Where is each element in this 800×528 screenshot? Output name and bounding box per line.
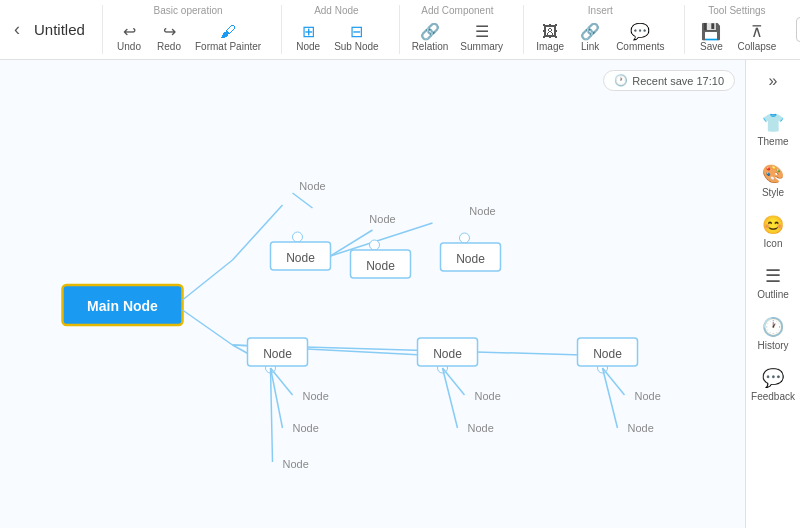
group-label-tool-settings: Tool Settings [708,5,765,16]
save-button[interactable]: 💾Save [693,20,729,54]
ln2-child-label-1: Node [475,390,501,402]
toolbar-items-add-component: 🔗Relation ☰Summary [408,20,508,54]
sidebar-item-feedback[interactable]: 💬 Feedback [748,361,798,408]
top-node-line [293,193,313,208]
toolbar-items-insert: 🖼Image 🔗Link 💬Comments [532,20,668,54]
summary-button[interactable]: ☰Summary [456,20,507,54]
main-node-text: Main Node [87,298,158,314]
child-node-2-text: Node [366,259,395,273]
toolbar-items-add-node: ⊞Node ⊟Sub Node [290,20,382,54]
toolbar-items-basic: ↩Undo ↪Redo 🖌Format Painter [111,20,265,54]
expand-dot-3[interactable] [460,233,470,243]
status-text: Recent save 17:10 [632,75,724,87]
expand-dot-2[interactable] [370,240,380,250]
toolbar-group-basic: Basic operation ↩Undo ↪Redo 🖌Format Pain… [102,5,273,54]
sidebar-item-history[interactable]: 🕐 History [748,310,798,357]
child-node-1-text: Node [286,251,315,265]
node-label-top: Node [299,180,325,192]
right-sidebar: » 👕 Theme 🎨 Style 😊 Icon ☰ Outline 🕐 His… [745,60,800,528]
history-icon: 🕐 [762,316,784,338]
group-label-add-component: Add Component [421,5,493,16]
node-label-mid2: Node [469,205,495,217]
lower-main-conn [183,310,233,345]
sub-node-button[interactable]: ⊟Sub Node [330,20,382,54]
collapse-button[interactable]: ⊼Collapse [733,20,780,54]
link-button[interactable]: 🔗Link [572,20,608,54]
sidebar-item-style[interactable]: 🎨 Style [748,157,798,204]
node-button[interactable]: ⊞Node [290,20,326,54]
header-actions: ⇧ Share ⬒ Export [796,17,800,42]
toolbar-group-insert: Insert 🖼Image 🔗Link 💬Comments [523,5,676,54]
ln1-child-label-3: Node [283,458,309,470]
image-button[interactable]: 🖼Image [532,21,568,54]
ln3-child-label-1: Node [635,390,661,402]
toolbar-group-add-node: Add Node ⊞Node ⊟Sub Node [281,5,390,54]
group-label-add-node: Add Node [314,5,358,16]
expand-dot-1[interactable] [293,232,303,242]
sidebar-item-theme[interactable]: 👕 Theme [748,106,798,153]
ln3-child-label-2: Node [628,422,654,434]
child-node-3-text: Node [456,252,485,266]
format-painter-button[interactable]: 🖌Format Painter [191,21,265,54]
node-label-mid1: Node [369,213,395,225]
group-label-insert: Insert [588,5,613,16]
toolbar-group-add-component: Add Component 🔗Relation ☰Summary [399,5,516,54]
sidebar-item-icon[interactable]: 😊 Icon [748,208,798,255]
status-icon: 🕐 [614,74,628,87]
style-icon: 🎨 [762,163,784,185]
back-button[interactable]: ‹ [8,15,26,44]
redo-button[interactable]: ↪Redo [151,20,187,54]
sidebar-collapse-button[interactable]: » [765,68,782,94]
lower-node-2-text: Node [433,347,462,361]
document-title: Untitled [34,21,94,38]
canvas-area: 🕐 Recent save 17:10 Main Node Node Node … [0,60,800,528]
main-canvas[interactable]: 🕐 Recent save 17:10 Main Node Node Node … [0,60,745,528]
status-bar: 🕐 Recent save 17:10 [603,70,735,91]
toolbar-group-tool-settings: Tool Settings 💾Save ⊼Collapse [684,5,788,54]
group-label-basic: Basic operation [154,5,223,16]
toolbar-items-tool-settings: 💾Save ⊼Collapse [693,20,780,54]
icon-icon: 😊 [762,214,784,236]
ln2-child-label-2: Node [468,422,494,434]
undo-button[interactable]: ↩Undo [111,20,147,54]
upper-connector-1 [183,260,233,300]
lower-node-3-text: Node [593,347,622,361]
ln1-child-label-1: Node [303,390,329,402]
outline-icon: ☰ [765,265,781,287]
comments-button[interactable]: 💬Comments [612,20,668,54]
lower-node-1-text: Node [263,347,292,361]
feedback-icon: 💬 [762,367,784,389]
sidebar-item-outline[interactable]: ☰ Outline [748,259,798,306]
share-button[interactable]: ⇧ Share [796,17,800,42]
mindmap-canvas[interactable]: Main Node Node Node Node Node Node [0,60,745,528]
ln1-child-label-2: Node [293,422,319,434]
relation-button[interactable]: 🔗Relation [408,20,453,54]
theme-icon: 👕 [762,112,784,134]
ln1-child-conn-3 [271,368,273,462]
toolbar-header: ‹ Untitled Basic operation ↩Undo ↪Redo 🖌… [0,0,800,60]
